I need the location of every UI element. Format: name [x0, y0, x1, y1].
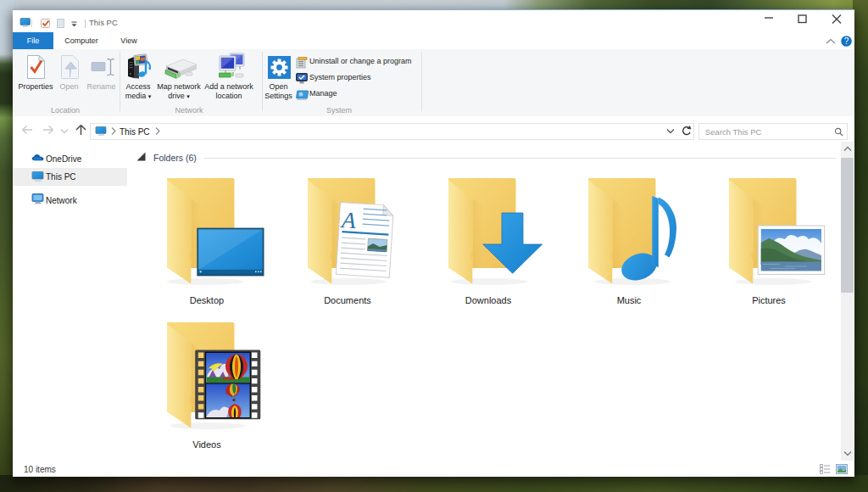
svg-text:?: ? — [844, 36, 849, 46]
svg-text:A: A — [339, 207, 357, 233]
